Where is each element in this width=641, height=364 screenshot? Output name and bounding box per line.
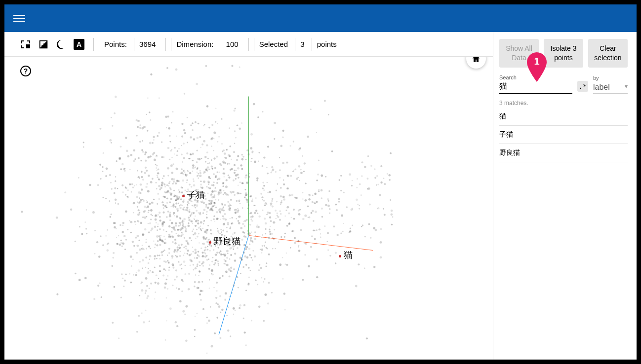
- svg-point-552: [181, 232, 182, 233]
- svg-point-1379: [178, 148, 179, 149]
- svg-point-1584: [149, 321, 150, 322]
- search-by-select[interactable]: label: [593, 81, 628, 94]
- svg-point-1130: [191, 212, 193, 213]
- show-all-data-button[interactable]: Show All Data: [499, 39, 539, 68]
- select-rect-icon[interactable]: [20, 39, 31, 50]
- regex-toggle[interactable]: .*: [577, 81, 588, 92]
- svg-point-1511: [221, 309, 224, 311]
- svg-point-244: [221, 231, 222, 233]
- svg-point-1428: [159, 270, 161, 272]
- svg-point-749: [172, 236, 174, 238]
- svg-point-561: [147, 190, 150, 192]
- svg-point-1321: [226, 179, 228, 181]
- svg-point-377: [191, 186, 193, 188]
- svg-point-1367: [125, 274, 126, 275]
- svg-point-477: [248, 204, 249, 206]
- svg-point-501: [263, 281, 265, 283]
- svg-point-1635: [208, 169, 210, 171]
- svg-point-744: [182, 180, 184, 182]
- svg-point-243: [275, 171, 277, 173]
- svg-point-636: [199, 261, 200, 263]
- svg-point-1522: [229, 209, 231, 211]
- svg-point-608: [277, 213, 278, 214]
- svg-point-18: [335, 204, 337, 206]
- svg-point-987: [206, 259, 208, 261]
- svg-point-551: [214, 332, 216, 334]
- svg-point-411: [211, 159, 212, 161]
- svg-point-346: [250, 133, 253, 136]
- svg-point-799: [181, 191, 183, 193]
- night-mode-icon[interactable]: [56, 39, 67, 50]
- svg-point-654: [335, 252, 337, 254]
- svg-point-517: [150, 209, 153, 212]
- svg-point-950: [156, 165, 158, 167]
- svg-point-1107: [239, 304, 241, 306]
- svg-point-1389: [111, 188, 113, 189]
- svg-point-1030: [169, 181, 171, 182]
- svg-point-1221: [248, 232, 251, 235]
- svg-point-291: [198, 212, 200, 214]
- svg-point-1294: [184, 132, 186, 134]
- svg-point-746: [165, 116, 167, 118]
- svg-point-919: [247, 230, 248, 232]
- svg-point-1142: [133, 202, 135, 204]
- svg-point-1565: [387, 173, 388, 174]
- labels-toggle-icon[interactable]: A: [74, 39, 84, 50]
- svg-point-1108: [269, 231, 271, 233]
- svg-point-1582: [115, 202, 117, 204]
- svg-point-774: [230, 199, 232, 201]
- svg-point-680: [176, 325, 178, 327]
- svg-point-708: [201, 281, 203, 283]
- svg-point-972: [130, 282, 132, 284]
- svg-point-613: [146, 201, 148, 203]
- svg-point-1331: [359, 183, 361, 185]
- isolate-points-button[interactable]: Isolate 3 points: [544, 39, 583, 68]
- svg-point-1527: [175, 182, 177, 184]
- exposure-icon[interactable]: [38, 39, 49, 50]
- svg-point-309: [255, 280, 256, 281]
- svg-point-1468: [240, 227, 242, 229]
- svg-point-1483: [288, 212, 290, 214]
- svg-point-905: [299, 180, 300, 181]
- svg-point-1336: [280, 203, 281, 205]
- svg-point-142: [213, 157, 215, 159]
- svg-point-1368: [311, 212, 313, 214]
- search-result-item[interactable]: 子猫: [499, 126, 628, 144]
- svg-point-388: [250, 270, 251, 271]
- svg-point-152: [169, 307, 172, 310]
- svg-point-242: [251, 158, 253, 159]
- svg-point-983: [374, 168, 375, 170]
- svg-point-224: [150, 119, 151, 121]
- svg-point-1357: [195, 274, 197, 276]
- search-input[interactable]: [499, 80, 572, 94]
- svg-point-320: [157, 175, 158, 176]
- svg-point-246: [156, 188, 158, 190]
- svg-point-1050: [225, 263, 226, 265]
- svg-point-422: [94, 253, 95, 254]
- svg-point-1147: [267, 302, 269, 304]
- svg-point-260: [206, 105, 208, 107]
- svg-point-1005: [170, 206, 171, 207]
- svg-point-298: [257, 284, 258, 286]
- search-result-item[interactable]: 猫: [499, 108, 628, 126]
- svg-point-554: [252, 199, 253, 200]
- svg-point-958: [215, 255, 217, 256]
- svg-point-241: [166, 184, 168, 186]
- svg-point-952: [184, 226, 187, 228]
- menu-icon[interactable]: [13, 12, 25, 24]
- svg-point-975: [222, 185, 224, 187]
- clear-selection-button[interactable]: Clear selection: [588, 39, 628, 68]
- svg-point-81: [187, 225, 190, 227]
- svg-point-356: [222, 230, 224, 232]
- svg-point-666: [142, 259, 144, 261]
- svg-point-319: [233, 151, 235, 153]
- svg-point-413: [225, 218, 227, 220]
- svg-point-937: [147, 97, 149, 99]
- projection-canvas[interactable]: ? 子猫 野良猫 猫: [4, 57, 493, 360]
- svg-point-695: [198, 220, 199, 221]
- search-result-item[interactable]: 野良猫: [499, 144, 628, 162]
- svg-point-770: [116, 160, 117, 162]
- svg-point-1620: [166, 127, 167, 128]
- svg-point-429: [261, 277, 262, 278]
- svg-point-509: [234, 172, 236, 174]
